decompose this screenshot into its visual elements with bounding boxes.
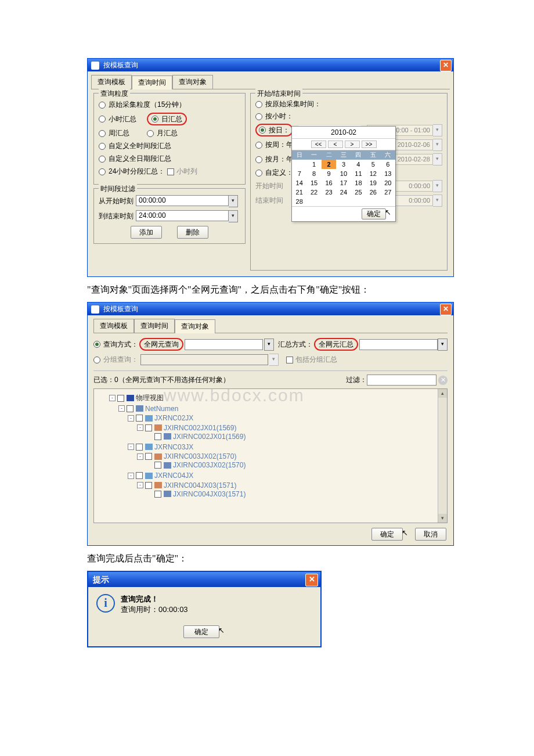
radio-day[interactable] (151, 116, 158, 123)
tree-checkbox[interactable] (154, 433, 161, 440)
calendar-day-cell[interactable]: 8 (306, 169, 321, 178)
tab-object[interactable]: 查询对象 (175, 319, 215, 333)
tab-object[interactable]: 查询对象 (172, 75, 213, 89)
tree-node[interactable]: JXIRNC003JX02(1570) (164, 452, 236, 460)
tree-node[interactable]: JXIRNC004JX03(1571) (164, 481, 236, 489)
close-icon[interactable]: ✕ (440, 60, 452, 71)
tree-node[interactable]: JXIRNC002JX01(1569) (173, 433, 246, 441)
cancel-button[interactable]: 取消 (415, 528, 446, 541)
delete-button[interactable]: 删除 (177, 226, 208, 239)
calendar-day-cell[interactable]: 5 (366, 160, 380, 169)
radio-hour[interactable] (99, 116, 106, 123)
calendar-prev-button[interactable]: < (328, 141, 343, 148)
radio-by-hour[interactable] (255, 113, 262, 120)
from-dropdown-icon[interactable]: ▾ (229, 195, 238, 207)
end-time-dropdown-icon[interactable]: ▾ (433, 195, 442, 207)
calendar-day-cell[interactable]: 9 (322, 169, 336, 178)
close-icon[interactable]: ✕ (305, 574, 318, 586)
scroll-down-icon[interactable]: ▾ (438, 514, 447, 523)
radio-cust-alltime[interactable] (99, 143, 106, 150)
radio-query-mode[interactable] (93, 341, 100, 348)
calendar-day-cell[interactable]: 25 (351, 188, 366, 197)
filter-clear-icon[interactable]: ✕ (438, 376, 448, 385)
calendar-day-cell[interactable]: 27 (381, 188, 395, 197)
tree-toggle-icon[interactable]: - (109, 395, 116, 401)
tree-checkbox[interactable] (117, 395, 124, 402)
by-day-hour-dropdown-icon[interactable]: ▾ (433, 124, 442, 136)
radio-24h[interactable] (99, 168, 106, 175)
calendar-day-cell[interactable]: 22 (306, 188, 321, 197)
scrollbar[interactable]: ▴▾ (438, 389, 447, 523)
radio-by-month[interactable] (255, 156, 262, 163)
calendar-day-cell[interactable]: 19 (366, 178, 380, 188)
radio-group-query[interactable] (93, 357, 100, 363)
scroll-up-icon[interactable]: ▴ (438, 389, 447, 398)
tree-node-rnc03[interactable]: JXRNC03JX (154, 443, 193, 451)
calendar-day-cell[interactable]: 23 (322, 188, 336, 197)
ok-button[interactable]: 确定 (183, 625, 219, 638)
calendar-day-cell[interactable]: 12 (366, 169, 380, 178)
tree-checkbox[interactable] (154, 491, 161, 498)
radio-month[interactable] (147, 130, 154, 137)
tree-checkbox[interactable] (145, 453, 152, 460)
radio-by-week[interactable] (255, 142, 262, 149)
tab-template[interactable]: 查询模板 (93, 319, 134, 333)
checkbox-hour-column[interactable] (167, 168, 174, 175)
tree-toggle-icon[interactable]: - (128, 415, 134, 422)
tree-node[interactable]: JXIRNC003JX02(1570) (173, 461, 246, 469)
radio-week[interactable] (99, 130, 106, 137)
calendar-next-button[interactable]: > (345, 141, 360, 148)
calendar-day-cell[interactable]: 6 (381, 160, 395, 169)
calendar-last-button[interactable]: >> (362, 141, 377, 148)
tree-node[interactable]: JXIRNC004JX03(1571) (173, 490, 246, 498)
filter-input[interactable] (367, 375, 436, 386)
tab-time[interactable]: 查询时间 (134, 319, 175, 333)
tree-toggle-icon[interactable]: - (137, 453, 143, 460)
radio-custom[interactable] (255, 170, 262, 177)
calendar-day-cell[interactable]: 16 (322, 178, 336, 188)
tree-toggle-icon[interactable]: - (137, 482, 143, 488)
by-week-dropdown-icon[interactable]: ▾ (433, 139, 442, 151)
tree-node[interactable]: JXIRNC002JX01(1569) (164, 424, 236, 432)
tree-node-root[interactable]: 物理视图 (136, 393, 164, 403)
calendar-first-button[interactable]: << (311, 141, 326, 148)
calendar-day-cell[interactable]: 20 (381, 178, 395, 188)
calendar-day-cell[interactable]: 26 (366, 188, 380, 197)
tree-node-rnc04[interactable]: JXRNC04JX (154, 471, 193, 480)
calendar-day-cell[interactable]: 2 (322, 160, 336, 169)
calendar-day-cell[interactable]: 21 (292, 188, 306, 197)
tree-node-rnc02[interactable]: JXRNC02JX (154, 414, 193, 422)
calendar-day-cell[interactable]: 17 (336, 178, 351, 188)
calendar-day-cell[interactable]: 24 (336, 188, 351, 197)
tree-checkbox[interactable] (136, 444, 143, 451)
calendar-day-cell[interactable]: 4 (351, 160, 366, 169)
query-mode-dropdown-icon[interactable]: ▾ (264, 339, 274, 351)
checkbox-include-group[interactable] (286, 357, 293, 363)
tab-time[interactable]: 查询时间 (132, 75, 172, 89)
tree-toggle-icon[interactable]: - (118, 405, 125, 412)
radio-by-day[interactable] (259, 127, 266, 134)
ok-button[interactable]: 确定 (371, 528, 403, 541)
calendar-day-cell[interactable]: 1 (306, 160, 321, 169)
calendar-day-cell[interactable]: 10 (336, 169, 351, 178)
calendar-day-cell[interactable]: 14 (292, 178, 306, 188)
tab-template[interactable]: 查询模板 (91, 75, 132, 89)
query-mode-select[interactable] (185, 339, 263, 350)
radio-by-raw[interactable] (255, 101, 262, 108)
calendar-day-cell[interactable]: 15 (306, 178, 321, 188)
calendar-day-cell[interactable]: 3 (336, 160, 351, 169)
add-button[interactable]: 添加 (131, 226, 162, 239)
calendar-day-cell[interactable]: 7 (292, 169, 306, 178)
agg-mode-select[interactable] (359, 339, 438, 350)
tree-checkbox[interactable] (145, 424, 152, 431)
calendar-day-cell[interactable]: 13 (381, 169, 395, 178)
start-time-dropdown-icon[interactable]: ▾ (433, 180, 442, 192)
tree-checkbox[interactable] (145, 482, 152, 489)
tree-node-netnumen[interactable]: NetNumen (145, 405, 178, 413)
calendar-day-cell[interactable]: 11 (351, 169, 366, 178)
by-month-dropdown-icon[interactable]: ▾ (433, 153, 442, 165)
tree-checkbox[interactable] (136, 415, 143, 422)
tree-toggle-icon[interactable]: - (137, 424, 143, 431)
close-icon[interactable]: ✕ (440, 304, 452, 315)
tree-checkbox[interactable] (136, 472, 143, 479)
